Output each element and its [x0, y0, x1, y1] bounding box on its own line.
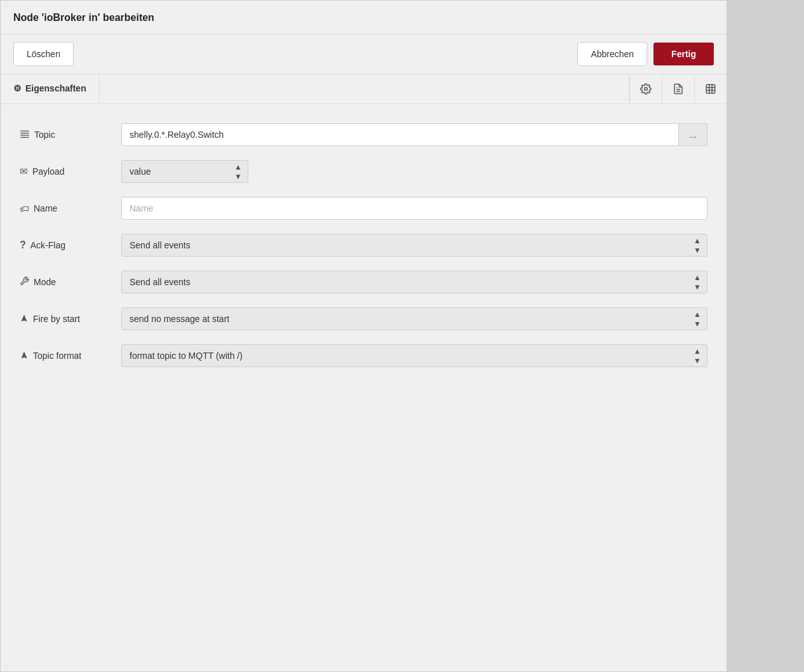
name-input[interactable] — [121, 197, 707, 220]
payload-icon: ✉ — [20, 166, 28, 177]
mode-select[interactable]: Send all events RBE Dead band — [121, 271, 707, 293]
doc-icon-btn[interactable] — [662, 76, 694, 102]
topic-format-label: Topic format — [20, 351, 121, 361]
topic-input[interactable] — [121, 123, 679, 146]
svg-rect-3 — [706, 84, 715, 93]
delete-button[interactable]: Löschen — [13, 42, 74, 66]
topic-dots-button[interactable]: ... — [679, 123, 707, 146]
svg-point-0 — [645, 88, 648, 91]
name-row: 🏷 Name — [20, 197, 707, 220]
svg-rect-10 — [20, 135, 29, 135]
gear-tab-icon: ⚙ — [13, 83, 22, 93]
tab-eigenschaften[interactable]: ⚙ Eigenschaften — [1, 74, 100, 104]
payload-select-wrap: value string boolean number object Buffe… — [121, 160, 248, 183]
fire-by-start-row: Fire by start send no message at start s… — [20, 307, 707, 330]
payload-row: ✉ Payload value string boolean number ob… — [20, 160, 707, 183]
topic-format-select-wrap: format topic to MQTT (with /) use ioBrok… — [121, 344, 707, 367]
topic-input-wrap: ... — [121, 123, 707, 146]
ack-flag-row: ? Ack-Flag Send all events Only acknowle… — [20, 234, 707, 257]
name-label: 🏷 Name — [20, 203, 121, 214]
tab-eigenschaften-label: Eigenschaften — [25, 83, 86, 93]
fire-by-start-label: Fire by start — [20, 314, 121, 325]
fire-by-start-select-wrap: send no message at start send last known… — [121, 307, 707, 330]
done-button[interactable]: Fertig — [653, 43, 714, 65]
ack-icon: ? — [20, 239, 26, 251]
payload-select[interactable]: value string boolean number object Buffe… — [121, 160, 248, 183]
dialog-title: Node 'ioBroker in' bearbeiten — [13, 12, 714, 24]
topic-format-row: Topic format format topic to MQTT (with … — [20, 344, 707, 367]
topic-row: Topic ... — [20, 123, 707, 146]
topic-label: Topic — [20, 129, 121, 141]
svg-rect-8 — [20, 130, 29, 131]
mode-icon — [20, 276, 29, 288]
ack-flag-select[interactable]: Send all events Only acknowledged Only n… — [121, 234, 707, 257]
fire-by-start-select[interactable]: send no message at start send last known… — [121, 307, 707, 330]
ack-flag-label: ? Ack-Flag — [20, 239, 121, 251]
cancel-button[interactable]: Abbrechen — [577, 42, 647, 66]
frame-icon-btn[interactable] — [694, 76, 727, 102]
topic-format-icon — [20, 351, 29, 361]
mode-row: Mode Send all events RBE Dead band ▲▼ — [20, 271, 707, 293]
ack-flag-select-wrap: Send all events Only acknowledged Only n… — [121, 234, 707, 257]
topic-icon — [20, 129, 30, 141]
svg-rect-11 — [20, 137, 29, 137]
topic-format-select[interactable]: format topic to MQTT (with /) use ioBrok… — [121, 344, 707, 367]
mode-label: Mode — [20, 276, 121, 288]
mode-select-wrap: Send all events RBE Dead band ▲▼ — [121, 271, 707, 293]
payload-label: ✉ Payload — [20, 166, 121, 177]
fire-by-start-icon — [20, 314, 29, 325]
name-input-wrap — [121, 197, 707, 220]
svg-rect-9 — [20, 133, 29, 133]
settings-icon-btn[interactable] — [629, 76, 662, 102]
name-icon: 🏷 — [20, 203, 29, 214]
